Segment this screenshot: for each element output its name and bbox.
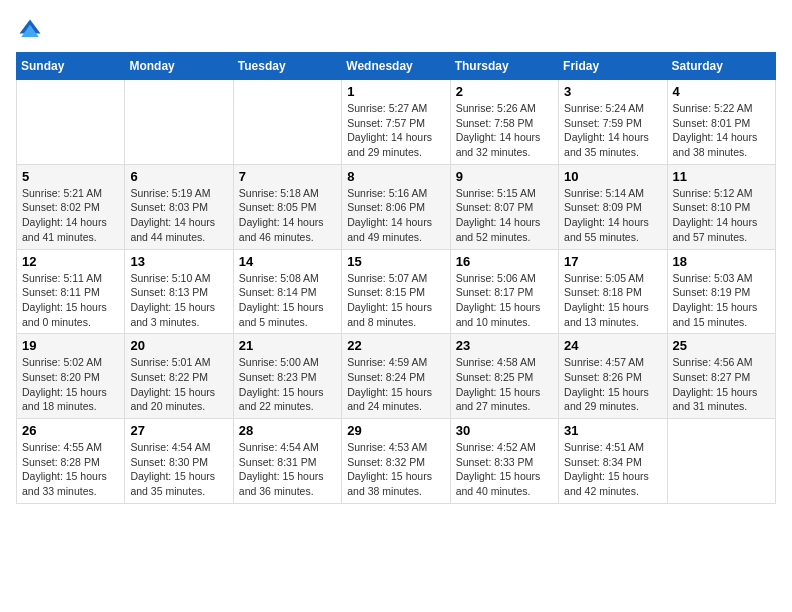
calendar-cell: 1Sunrise: 5:27 AM Sunset: 7:57 PM Daylig…: [342, 80, 450, 165]
day-number: 16: [456, 254, 553, 269]
day-number: 8: [347, 169, 444, 184]
header-day-friday: Friday: [559, 53, 667, 80]
day-number: 22: [347, 338, 444, 353]
day-number: 19: [22, 338, 119, 353]
calendar-cell: 9Sunrise: 5:15 AM Sunset: 8:07 PM Daylig…: [450, 164, 558, 249]
calendar-cell: [667, 419, 775, 504]
cell-content: Sunrise: 5:22 AM Sunset: 8:01 PM Dayligh…: [673, 101, 770, 160]
day-number: 28: [239, 423, 336, 438]
calendar-cell: 12Sunrise: 5:11 AM Sunset: 8:11 PM Dayli…: [17, 249, 125, 334]
page-header: [16, 16, 776, 44]
calendar-cell: 11Sunrise: 5:12 AM Sunset: 8:10 PM Dayli…: [667, 164, 775, 249]
calendar-cell: 31Sunrise: 4:51 AM Sunset: 8:34 PM Dayli…: [559, 419, 667, 504]
day-number: 3: [564, 84, 661, 99]
calendar-cell: 14Sunrise: 5:08 AM Sunset: 8:14 PM Dayli…: [233, 249, 341, 334]
calendar-cell: 2Sunrise: 5:26 AM Sunset: 7:58 PM Daylig…: [450, 80, 558, 165]
day-number: 27: [130, 423, 227, 438]
calendar-cell: 28Sunrise: 4:54 AM Sunset: 8:31 PM Dayli…: [233, 419, 341, 504]
calendar-week-4: 19Sunrise: 5:02 AM Sunset: 8:20 PM Dayli…: [17, 334, 776, 419]
calendar-cell: 30Sunrise: 4:52 AM Sunset: 8:33 PM Dayli…: [450, 419, 558, 504]
cell-content: Sunrise: 5:07 AM Sunset: 8:15 PM Dayligh…: [347, 271, 444, 330]
cell-content: Sunrise: 4:56 AM Sunset: 8:27 PM Dayligh…: [673, 355, 770, 414]
cell-content: Sunrise: 4:52 AM Sunset: 8:33 PM Dayligh…: [456, 440, 553, 499]
calendar-cell: 4Sunrise: 5:22 AM Sunset: 8:01 PM Daylig…: [667, 80, 775, 165]
calendar-cell: 7Sunrise: 5:18 AM Sunset: 8:05 PM Daylig…: [233, 164, 341, 249]
day-number: 21: [239, 338, 336, 353]
calendar-week-1: 1Sunrise: 5:27 AM Sunset: 7:57 PM Daylig…: [17, 80, 776, 165]
header-day-saturday: Saturday: [667, 53, 775, 80]
cell-content: Sunrise: 5:03 AM Sunset: 8:19 PM Dayligh…: [673, 271, 770, 330]
calendar-cell: [17, 80, 125, 165]
day-number: 18: [673, 254, 770, 269]
calendar-cell: 21Sunrise: 5:00 AM Sunset: 8:23 PM Dayli…: [233, 334, 341, 419]
calendar-week-2: 5Sunrise: 5:21 AM Sunset: 8:02 PM Daylig…: [17, 164, 776, 249]
cell-content: Sunrise: 5:01 AM Sunset: 8:22 PM Dayligh…: [130, 355, 227, 414]
calendar-cell: 20Sunrise: 5:01 AM Sunset: 8:22 PM Dayli…: [125, 334, 233, 419]
calendar-cell: 13Sunrise: 5:10 AM Sunset: 8:13 PM Dayli…: [125, 249, 233, 334]
cell-content: Sunrise: 5:06 AM Sunset: 8:17 PM Dayligh…: [456, 271, 553, 330]
header-row: SundayMondayTuesdayWednesdayThursdayFrid…: [17, 53, 776, 80]
calendar-week-3: 12Sunrise: 5:11 AM Sunset: 8:11 PM Dayli…: [17, 249, 776, 334]
calendar-cell: 6Sunrise: 5:19 AM Sunset: 8:03 PM Daylig…: [125, 164, 233, 249]
cell-content: Sunrise: 5:02 AM Sunset: 8:20 PM Dayligh…: [22, 355, 119, 414]
calendar-cell: 3Sunrise: 5:24 AM Sunset: 7:59 PM Daylig…: [559, 80, 667, 165]
day-number: 4: [673, 84, 770, 99]
calendar-cell: 26Sunrise: 4:55 AM Sunset: 8:28 PM Dayli…: [17, 419, 125, 504]
calendar-cell: 23Sunrise: 4:58 AM Sunset: 8:25 PM Dayli…: [450, 334, 558, 419]
cell-content: Sunrise: 4:55 AM Sunset: 8:28 PM Dayligh…: [22, 440, 119, 499]
calendar-cell: 5Sunrise: 5:21 AM Sunset: 8:02 PM Daylig…: [17, 164, 125, 249]
cell-content: Sunrise: 4:53 AM Sunset: 8:32 PM Dayligh…: [347, 440, 444, 499]
day-number: 25: [673, 338, 770, 353]
day-number: 20: [130, 338, 227, 353]
header-day-wednesday: Wednesday: [342, 53, 450, 80]
calendar-cell: 29Sunrise: 4:53 AM Sunset: 8:32 PM Dayli…: [342, 419, 450, 504]
cell-content: Sunrise: 5:10 AM Sunset: 8:13 PM Dayligh…: [130, 271, 227, 330]
cell-content: Sunrise: 4:59 AM Sunset: 8:24 PM Dayligh…: [347, 355, 444, 414]
day-number: 31: [564, 423, 661, 438]
header-day-monday: Monday: [125, 53, 233, 80]
cell-content: Sunrise: 5:19 AM Sunset: 8:03 PM Dayligh…: [130, 186, 227, 245]
cell-content: Sunrise: 4:54 AM Sunset: 8:31 PM Dayligh…: [239, 440, 336, 499]
day-number: 15: [347, 254, 444, 269]
day-number: 26: [22, 423, 119, 438]
day-number: 13: [130, 254, 227, 269]
calendar-cell: 17Sunrise: 5:05 AM Sunset: 8:18 PM Dayli…: [559, 249, 667, 334]
header-day-thursday: Thursday: [450, 53, 558, 80]
day-number: 12: [22, 254, 119, 269]
cell-content: Sunrise: 4:57 AM Sunset: 8:26 PM Dayligh…: [564, 355, 661, 414]
calendar-cell: 25Sunrise: 4:56 AM Sunset: 8:27 PM Dayli…: [667, 334, 775, 419]
logo: [16, 16, 48, 44]
day-number: 6: [130, 169, 227, 184]
day-number: 2: [456, 84, 553, 99]
cell-content: Sunrise: 5:08 AM Sunset: 8:14 PM Dayligh…: [239, 271, 336, 330]
cell-content: Sunrise: 5:11 AM Sunset: 8:11 PM Dayligh…: [22, 271, 119, 330]
cell-content: Sunrise: 5:27 AM Sunset: 7:57 PM Dayligh…: [347, 101, 444, 160]
day-number: 14: [239, 254, 336, 269]
day-number: 30: [456, 423, 553, 438]
cell-content: Sunrise: 5:15 AM Sunset: 8:07 PM Dayligh…: [456, 186, 553, 245]
calendar-cell: 19Sunrise: 5:02 AM Sunset: 8:20 PM Dayli…: [17, 334, 125, 419]
calendar-cell: 15Sunrise: 5:07 AM Sunset: 8:15 PM Dayli…: [342, 249, 450, 334]
day-number: 5: [22, 169, 119, 184]
calendar-table: SundayMondayTuesdayWednesdayThursdayFrid…: [16, 52, 776, 504]
cell-content: Sunrise: 4:54 AM Sunset: 8:30 PM Dayligh…: [130, 440, 227, 499]
cell-content: Sunrise: 5:24 AM Sunset: 7:59 PM Dayligh…: [564, 101, 661, 160]
cell-content: Sunrise: 4:58 AM Sunset: 8:25 PM Dayligh…: [456, 355, 553, 414]
calendar-cell: 27Sunrise: 4:54 AM Sunset: 8:30 PM Dayli…: [125, 419, 233, 504]
cell-content: Sunrise: 5:12 AM Sunset: 8:10 PM Dayligh…: [673, 186, 770, 245]
day-number: 24: [564, 338, 661, 353]
cell-content: Sunrise: 5:18 AM Sunset: 8:05 PM Dayligh…: [239, 186, 336, 245]
calendar-cell: 16Sunrise: 5:06 AM Sunset: 8:17 PM Dayli…: [450, 249, 558, 334]
calendar-week-5: 26Sunrise: 4:55 AM Sunset: 8:28 PM Dayli…: [17, 419, 776, 504]
header-day-sunday: Sunday: [17, 53, 125, 80]
cell-content: Sunrise: 5:26 AM Sunset: 7:58 PM Dayligh…: [456, 101, 553, 160]
logo-icon: [16, 16, 44, 44]
calendar-cell: 18Sunrise: 5:03 AM Sunset: 8:19 PM Dayli…: [667, 249, 775, 334]
calendar-cell: 10Sunrise: 5:14 AM Sunset: 8:09 PM Dayli…: [559, 164, 667, 249]
cell-content: Sunrise: 5:16 AM Sunset: 8:06 PM Dayligh…: [347, 186, 444, 245]
day-number: 29: [347, 423, 444, 438]
cell-content: Sunrise: 5:00 AM Sunset: 8:23 PM Dayligh…: [239, 355, 336, 414]
day-number: 23: [456, 338, 553, 353]
day-number: 10: [564, 169, 661, 184]
calendar-cell: [233, 80, 341, 165]
